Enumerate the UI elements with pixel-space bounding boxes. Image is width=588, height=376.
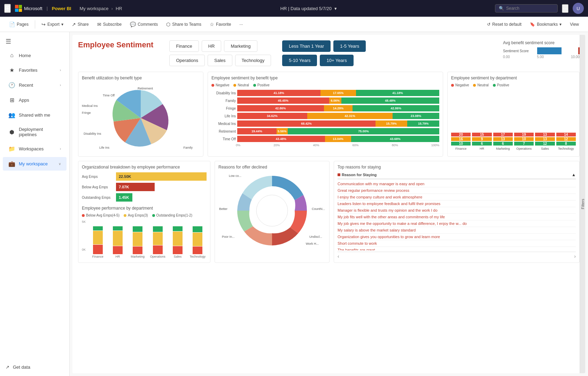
below-avg-value: 7.07K <box>119 185 129 189</box>
filter-10-plus-years[interactable]: 10+ Years <box>320 55 353 66</box>
donut-label-countn: CountN... <box>312 207 325 211</box>
pos-segment: 23.08% <box>393 113 439 119</box>
search-input[interactable] <box>506 6 548 11</box>
shared-icon: 👥 <box>8 112 15 118</box>
avg-emps-label: Avg Emps <box>82 175 113 179</box>
filter-sales[interactable]: Sales <box>208 55 232 66</box>
dept-bar-label: Technology <box>190 255 206 258</box>
bar-container: 68.42%15.79%15.79% <box>237 120 439 127</box>
bar-label: Medical Ins <box>211 122 236 126</box>
avg-emps-bar: 22.50K <box>116 172 207 181</box>
legend-negative: Negative <box>211 83 229 87</box>
reason-item: Great regular performance review process <box>338 187 576 194</box>
bookmarks-button[interactable]: 🔖 Bookmarks ▾ <box>526 20 565 29</box>
svg-point-1 <box>255 193 289 228</box>
reset-default-button[interactable]: ↺ Reset to default <box>483 20 525 29</box>
more-options-button[interactable]: ··· <box>562 4 568 13</box>
mosaic-segment: 13 <box>535 137 555 141</box>
pos-segment: 43.68% <box>351 136 439 142</box>
bookmarks-label: Bookmarks <box>537 22 558 27</box>
dept-legend-negative: Negative <box>451 83 469 87</box>
charts-row-1: Benefit utilization by benefit type <box>78 72 580 157</box>
filter-5-10-years[interactable]: 5-10 Years <box>282 55 317 66</box>
report-name-breadcrumb[interactable]: HR <box>116 6 122 11</box>
reasons-sort-indicator <box>338 173 340 176</box>
filter-less-than-year[interactable]: Less Than 1 Year <box>282 40 331 52</box>
bookmarks-icon: 🔖 <box>530 22 535 27</box>
search-box[interactable]: 🔍 <box>495 4 558 13</box>
mosaic-segment: 6 <box>493 142 513 146</box>
filter-finance[interactable]: Finance <box>169 40 199 52</box>
dept-bar-segment <box>173 226 183 231</box>
sidebar-item-apps[interactable]: ⊞ Apps <box>3 93 67 107</box>
filter-operations[interactable]: Operations <box>169 55 205 66</box>
filter-marketing[interactable]: Marketing <box>224 40 257 52</box>
pie-label-medins: Medical Ins <box>82 104 98 108</box>
mosaic-segment: 17 <box>493 133 513 136</box>
axis-40: 40% <box>313 143 319 147</box>
sidebar-item-workspaces[interactable]: 📁 Workspaces › <box>3 142 67 156</box>
more-toolbar-button[interactable]: ··· <box>236 20 246 29</box>
user-avatar[interactable]: U <box>573 3 584 14</box>
sentiment-dept-legend: Negative Neutral Positive <box>451 83 576 87</box>
comments-label: Comments <box>138 22 158 27</box>
y-axis: 5K 0K <box>82 220 86 251</box>
positive-dot <box>253 84 256 87</box>
report-title-text: Employee Sentiment <box>78 40 153 49</box>
filter-1-5-years[interactable]: 1-5 Years <box>333 40 366 52</box>
sidebar-item-favorites[interactable]: ★ Favorites › <box>3 63 67 77</box>
y-0k: 0K <box>82 248 86 251</box>
reason-item: Organization gives you opportunities to … <box>338 234 576 240</box>
dept-perf-chart: 5K 0K FinanceHRMarketingOperationsSalesT… <box>82 220 207 258</box>
avg-emps-value: 22.50K <box>119 174 131 179</box>
sidebar-get-data[interactable]: ↗ Get data <box>0 361 69 373</box>
mosaic-col: 17136 <box>493 133 513 146</box>
sidebar-item-shared[interactable]: 👥 Shared with me <box>3 108 67 122</box>
view-button[interactable]: View <box>566 20 582 29</box>
share-teams-button[interactable]: ⬡ Share to Teams <box>163 19 205 29</box>
reasons-collapse-icon[interactable]: ▲ <box>572 172 576 177</box>
filters-panel[interactable]: Filters <box>580 35 585 373</box>
dept-stacked-bar <box>113 226 123 254</box>
scale-max: 10.00 <box>571 55 580 59</box>
avg-score-row: Sentiment Score 5.76 <box>503 47 580 54</box>
dept-bar-group: Marketing <box>129 226 147 258</box>
mosaic-segment: 10 <box>514 137 534 141</box>
mosaic-segment: 6 <box>472 142 492 146</box>
neu-segment: 14.29% <box>324 105 353 111</box>
reasons-prev-button[interactable]: ‹ <box>338 253 339 259</box>
offer-declined-title: Reasons for offer declined <box>218 165 326 170</box>
pie-chart-svg <box>106 83 176 153</box>
share-button[interactable]: ↗ Share <box>68 19 92 29</box>
workspace-link[interactable]: My workspace <box>79 6 108 11</box>
favorite-button[interactable]: ☆ Favorite <box>206 19 234 29</box>
chevron-down-icon[interactable]: ▾ <box>334 6 337 11</box>
dept-bar-label: Finance <box>92 255 103 258</box>
sidebar-item-my-workspace[interactable]: 💼 My workspace ∨ <box>3 157 67 171</box>
filter-section: Finance HR Marketing Operations Sales Te… <box>169 40 271 66</box>
offer-declined-card: Reasons for offer declined <box>215 161 330 263</box>
donut-container: Low co... Better Poor In... Work H... Co… <box>218 172 326 249</box>
dept-bar-segment <box>193 233 202 246</box>
waffle-menu-button[interactable]: ⊞ <box>4 4 11 13</box>
sidebar-item-recent[interactable]: 🕐 Recent › <box>3 78 67 92</box>
sidebar-item-home[interactable]: ⌂ Home <box>3 49 67 62</box>
outstanding-label: Outstanding Emps <box>82 196 113 199</box>
ms-logo-icon <box>15 5 22 12</box>
score-value: 5.76 <box>570 48 577 52</box>
emp-perf-legend: Below Avg Emps(4-5) Avg Emps(3) Outstand… <box>82 213 207 217</box>
filter-technology[interactable]: Technology <box>235 55 271 66</box>
dept-bar-group: Operations <box>149 226 167 258</box>
dept-bar-segment <box>153 226 163 232</box>
sidebar-collapse: ☰ <box>0 35 69 48</box>
sidebar-item-deployment[interactable]: ⬢ Deployment pipelines <box>3 123 67 141</box>
teams-icon: ⬡ <box>166 22 170 27</box>
export-button[interactable]: ↪ Export ▾ <box>38 19 67 29</box>
reasons-next-button[interactable]: › <box>574 253 576 259</box>
subscribe-button[interactable]: ✉ Subscribe <box>94 19 125 29</box>
filter-hr[interactable]: HR <box>202 40 222 52</box>
comments-button[interactable]: 💬 Comments <box>126 19 161 29</box>
pages-button[interactable]: 📄 Pages <box>6 19 32 29</box>
mosaic-segment: 20 <box>451 133 471 136</box>
sidebar-collapse-button[interactable]: ☰ <box>6 38 11 45</box>
